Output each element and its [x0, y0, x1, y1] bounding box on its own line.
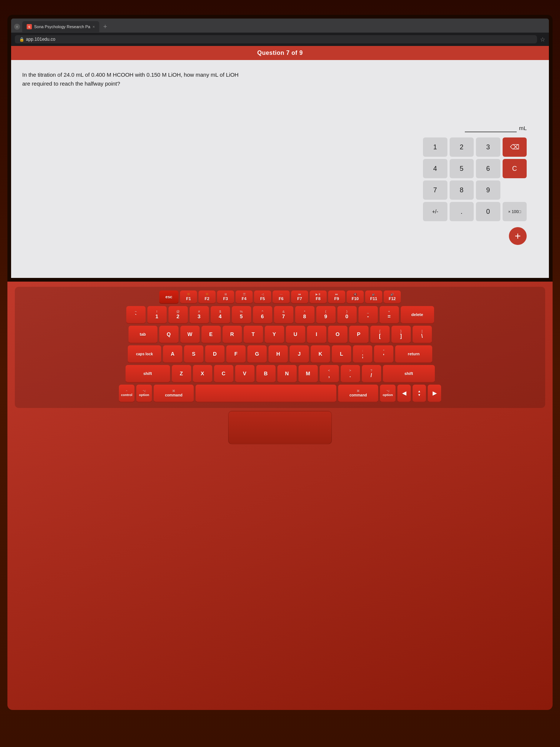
key-f9[interactable]: ⏭F9 [328, 290, 345, 304]
key-i[interactable]: I [307, 326, 326, 343]
bookmark-star-icon[interactable]: ☆ [540, 36, 545, 43]
key-quote[interactable]: "' [374, 345, 393, 363]
calc-btn-1[interactable]: 1 [423, 137, 447, 157]
key-f5[interactable]: ◁F5 [254, 290, 271, 304]
calc-btn-clear[interactable]: C [503, 159, 527, 178]
lock-icon: 🔒 [19, 37, 24, 42]
key-h[interactable]: H [269, 345, 288, 363]
key-backtick[interactable]: ~` [126, 306, 146, 324]
key-v[interactable]: V [235, 365, 254, 383]
key-command-right[interactable]: ⌘command [338, 385, 378, 402]
key-f7[interactable]: ⏮F7 [291, 290, 308, 304]
key-1[interactable]: !1 [147, 306, 167, 324]
calc-btn-2[interactable]: 2 [450, 137, 474, 157]
key-f2[interactable]: 🔆F2 [199, 290, 216, 304]
key-return[interactable]: return [395, 345, 432, 363]
key-x[interactable]: X [193, 365, 212, 383]
key-u[interactable]: U [286, 326, 305, 343]
key-t[interactable]: T [244, 326, 263, 343]
key-f6[interactable]: ⋯F6 [273, 290, 290, 304]
key-3[interactable]: #3 [190, 306, 209, 324]
key-equals[interactable]: += [380, 306, 399, 324]
key-caps-lock[interactable]: caps lock [128, 345, 161, 363]
key-b[interactable]: B [256, 365, 276, 383]
key-r[interactable]: R [223, 326, 242, 343]
key-o[interactable]: O [328, 326, 347, 343]
key-bracket-left[interactable]: {[ [370, 326, 390, 343]
key-esc[interactable]: esc [159, 290, 179, 304]
key-option-right[interactable]: ⌥option [380, 385, 396, 402]
key-c[interactable]: C [214, 365, 233, 383]
key-semicolon[interactable]: :; [353, 345, 372, 363]
key-f4[interactable]: ☰F4 [236, 290, 253, 304]
key-k[interactable]: K [311, 345, 330, 363]
key-q[interactable]: Q [159, 326, 179, 343]
key-slash[interactable]: ?/ [362, 365, 381, 383]
answer-input[interactable] [465, 124, 517, 132]
calc-btn-4[interactable]: 4 [423, 159, 447, 178]
key-s[interactable]: S [184, 345, 203, 363]
key-right-arrow[interactable]: ▶ [428, 385, 441, 402]
calc-btn-6[interactable]: 6 [476, 159, 500, 178]
key-backslash[interactable]: |\ [413, 326, 432, 343]
key-command-left[interactable]: ⌘command [154, 385, 194, 402]
key-f8[interactable]: ▶⏸F8 [310, 290, 327, 304]
key-left-arrow[interactable]: ◀ [397, 385, 411, 402]
key-f3[interactable]: ⊞F3 [217, 290, 234, 304]
key-f10[interactable]: 🔇F10 [347, 290, 364, 304]
key-a[interactable]: A [163, 345, 182, 363]
key-p[interactable]: P [349, 326, 369, 343]
calc-btn-plusminus[interactable]: +/- [423, 202, 447, 221]
key-bracket-right[interactable]: }] [391, 326, 411, 343]
calc-btn-9[interactable]: 9 [476, 180, 500, 200]
calc-btn-5[interactable]: 5 [450, 159, 474, 178]
calc-btn-times100[interactable]: × 100□ [503, 202, 527, 221]
key-tab[interactable]: tab [129, 326, 157, 343]
key-delete[interactable]: delete [401, 306, 434, 324]
calc-btn-0[interactable]: 0 [476, 202, 500, 221]
key-shift-left[interactable]: shift [126, 365, 170, 383]
key-l[interactable]: L [332, 345, 351, 363]
submit-plus-button[interactable]: + [509, 227, 527, 245]
key-control[interactable]: ^control [119, 385, 134, 402]
key-f11[interactable]: 🔉F11 [365, 290, 382, 304]
key-8[interactable]: *8 [295, 306, 314, 324]
url-bar[interactable]: 🔒 app.101edu.co [15, 35, 537, 43]
key-f12[interactable]: 🔊F12 [384, 290, 401, 304]
key-period[interactable]: >. [341, 365, 360, 383]
tab-close-icon[interactable]: × [14, 24, 20, 30]
calc-btn-8[interactable]: 8 [450, 180, 474, 200]
key-f[interactable]: F [226, 345, 246, 363]
key-comma[interactable]: <, [320, 365, 339, 383]
key-y[interactable]: Y [265, 326, 284, 343]
browser-tab-active[interactable]: S Sona Psychology Research Pa × [22, 21, 99, 32]
key-0[interactable]: )0 [337, 306, 357, 324]
key-updown-arrows[interactable]: ▲▼ [413, 385, 426, 402]
key-5[interactable]: %5 [232, 306, 251, 324]
key-f1[interactable]: 🔆F1 [180, 290, 197, 304]
key-option-left[interactable]: ⌥option [136, 385, 152, 402]
calc-btn-3[interactable]: 3 [476, 137, 500, 157]
key-6[interactable]: ^6 [253, 306, 272, 324]
key-shift-right[interactable]: shift [383, 365, 435, 383]
key-m[interactable]: M [299, 365, 318, 383]
calc-btn-7[interactable]: 7 [423, 180, 447, 200]
key-7[interactable]: &7 [274, 306, 293, 324]
key-4[interactable]: $4 [211, 306, 230, 324]
trackpad[interactable] [228, 411, 332, 444]
key-n[interactable]: N [277, 365, 297, 383]
key-9[interactable]: (9 [316, 306, 336, 324]
tab-close-btn[interactable]: × [93, 24, 95, 29]
key-spacebar[interactable] [196, 385, 336, 402]
key-e[interactable]: E [201, 326, 221, 343]
key-g[interactable]: G [247, 345, 267, 363]
key-2[interactable]: @2 [169, 306, 188, 324]
calc-btn-backspace[interactable]: ⌫ [503, 137, 527, 157]
calc-btn-decimal[interactable]: . [450, 202, 474, 221]
key-d[interactable]: D [205, 345, 224, 363]
key-j[interactable]: J [290, 345, 309, 363]
new-tab-button[interactable]: + [101, 22, 110, 31]
key-minus[interactable]: _- [359, 306, 378, 324]
key-z[interactable]: Z [172, 365, 191, 383]
key-w[interactable]: W [180, 326, 200, 343]
